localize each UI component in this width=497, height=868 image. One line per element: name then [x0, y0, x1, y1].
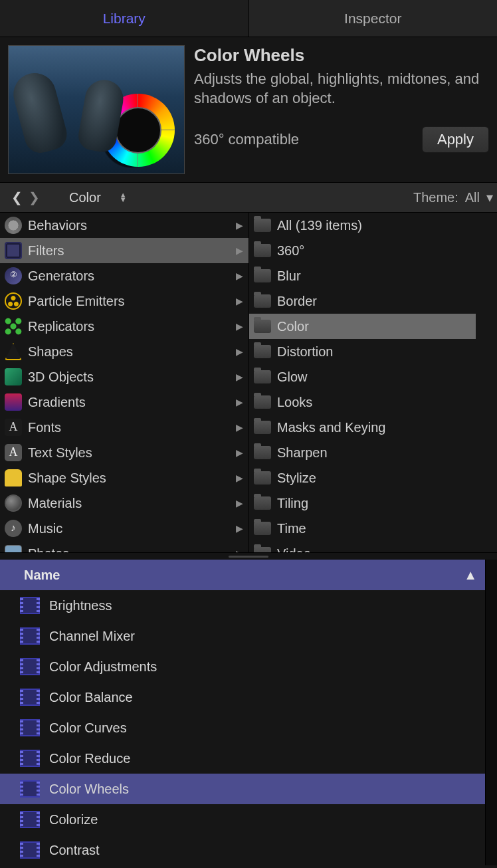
mat-icon [4, 494, 23, 512]
list-item[interactable]: Colorize [0, 804, 485, 835]
split-drag-handle[interactable] [0, 553, 497, 560]
preview-description: Adjusts the global, highlights, midtones… [194, 70, 489, 108]
subcategory-row[interactable]: 360° [249, 238, 476, 263]
category-row[interactable]: ②Generators▶ [0, 263, 248, 288]
subcategory-row[interactable]: Time [249, 516, 476, 541]
category-browser: Behaviors▶Filters▶②Generators▶Particle E… [0, 213, 497, 553]
list-item[interactable]: Brightness [0, 590, 485, 621]
nav-forward-button[interactable]: ❯ [25, 189, 43, 205]
category-row[interactable]: Replicators▶ [0, 314, 248, 339]
subcategory-row[interactable]: Color [249, 314, 476, 339]
folder-icon [253, 393, 272, 411]
category-row[interactable]: AText Styles▶ [0, 440, 248, 465]
list-header-name[interactable]: Name ▲ [0, 560, 485, 590]
subcategory-row[interactable]: Sharpen [249, 440, 476, 465]
tab-library[interactable]: Library [0, 0, 248, 37]
path-current[interactable]: Color [69, 190, 101, 205]
chevron-right-icon: ▶ [236, 473, 245, 483]
list-item-label: Channel Mixer [49, 629, 135, 644]
folder-icon [253, 241, 272, 260]
apply-button[interactable]: Apply [422, 126, 489, 153]
subcategory-row[interactable]: All (139 items) [249, 213, 476, 238]
chevron-right-icon: ▶ [236, 220, 245, 231]
category-row[interactable]: Photos▶ [0, 541, 248, 552]
chevron-right-icon: ▶ [236, 548, 245, 552]
category-label: Photos [28, 546, 231, 553]
subcategory-label: Tiling [277, 496, 472, 511]
compat-badge: 360° compatible [194, 131, 402, 148]
subcategory-row[interactable]: Masks and Keying [249, 415, 476, 440]
folder-icon [253, 368, 272, 386]
category-row[interactable]: Materials▶ [0, 490, 248, 516]
preview-thumbnail [8, 45, 185, 174]
sort-chevron-icon: ▲ [464, 568, 477, 583]
category-row[interactable]: Gradients▶ [0, 389, 248, 415]
category-row[interactable]: Shape Styles▶ [0, 465, 248, 490]
path-stepper-icon[interactable]: ▲▼ [120, 193, 127, 202]
rep-icon [4, 317, 23, 336]
film-icon [4, 241, 23, 260]
category-column: Behaviors▶Filters▶②Generators▶Particle E… [0, 213, 249, 552]
folder-icon [253, 418, 272, 437]
font2-icon: A [4, 443, 23, 462]
list-item[interactable]: Color Curves [0, 712, 485, 743]
list-item-label: Color Wheels [49, 782, 129, 797]
chevron-right-icon: ▶ [236, 296, 245, 306]
list-item[interactable]: Color Adjustments [0, 651, 485, 682]
folder-icon [253, 216, 272, 235]
list-item[interactable]: Channel Mixer [0, 621, 485, 651]
list-item[interactable]: Color Reduce [0, 743, 485, 774]
filter-item-icon [20, 719, 40, 736]
tab-inspector[interactable]: Inspector [248, 0, 498, 37]
subcategory-row[interactable]: Looks [249, 389, 476, 415]
list-item-label: Brightness [49, 598, 112, 613]
category-row[interactable]: Filters▶ [0, 238, 248, 263]
list-item-label: Color Curves [49, 720, 127, 736]
subcategory-label: Masks and Keying [277, 420, 472, 435]
category-row[interactable]: Shapes▶ [0, 339, 248, 364]
folder-icon [253, 469, 272, 487]
subcategory-row[interactable]: Stylize [249, 465, 476, 490]
chevron-right-icon: ▶ [236, 321, 245, 332]
list-item[interactable]: Contrast [0, 835, 485, 865]
theme-dropdown[interactable]: Theme: All ▾ [413, 189, 493, 205]
subcategory-row[interactable]: Glow [249, 364, 476, 389]
nav-back-button[interactable]: ❮ [8, 189, 25, 205]
list-item-label: Color Adjustments [49, 659, 157, 675]
chevron-down-icon: ▾ [486, 189, 493, 205]
category-label: Fonts [28, 420, 231, 435]
subcategory-row[interactable]: Video [249, 541, 476, 552]
filter-item-icon [20, 658, 40, 675]
list-item-label: Color Balance [49, 690, 133, 705]
vertical-scrollbar[interactable] [485, 560, 497, 865]
preview-title: Color Wheels [194, 45, 489, 66]
emit-icon [4, 292, 23, 310]
sstyle-icon [4, 469, 23, 487]
subcategory-row[interactable]: Border [249, 288, 476, 314]
subcategory-row[interactable]: Distortion [249, 339, 476, 364]
subcategory-label: Sharpen [277, 445, 472, 461]
category-row[interactable]: ♪Music▶ [0, 516, 248, 541]
filter-item-icon [20, 841, 40, 859]
category-label: Replicators [28, 319, 231, 334]
list-item[interactable]: Color Balance [0, 682, 485, 712]
subcategory-label: Distortion [277, 344, 472, 360]
category-row[interactable]: 3D Objects▶ [0, 364, 248, 389]
chevron-right-icon: ▶ [236, 271, 245, 281]
category-row[interactable]: Behaviors▶ [0, 213, 248, 238]
category-row[interactable]: Particle Emitters▶ [0, 288, 248, 314]
list-header-label: Name [24, 568, 60, 583]
chevron-right-icon: ▶ [236, 498, 245, 508]
list-item[interactable]: Color Wheels [0, 774, 485, 804]
theme-label: Theme: [413, 190, 458, 205]
subcategory-row[interactable]: Tiling [249, 490, 476, 516]
folder-icon [253, 519, 272, 538]
category-row[interactable]: AFonts▶ [0, 415, 248, 440]
subcategory-column: All (139 items)360°BlurBorderColorDistor… [249, 213, 497, 552]
subcategory-row[interactable]: Blur [249, 263, 476, 288]
folder-icon [253, 267, 272, 285]
color-wheel-icon [102, 94, 175, 167]
tab-inspector-label: Inspector [344, 11, 401, 27]
list-item-label: Colorize [49, 812, 98, 827]
list-item-label: Contrast [49, 843, 100, 858]
